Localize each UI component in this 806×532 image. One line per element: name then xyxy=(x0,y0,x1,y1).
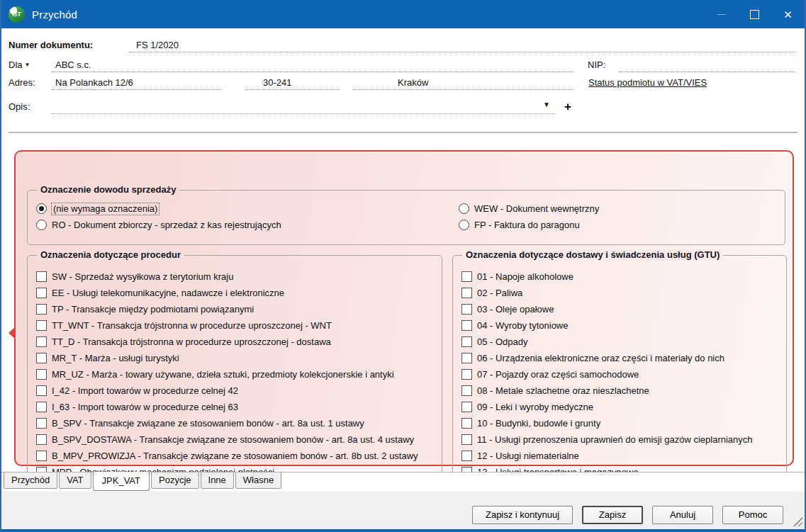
street-field[interactable]: Na Polankach 12/6 xyxy=(51,76,223,90)
radio-row-wew[interactable]: WEW - Dokument wewnętrzny xyxy=(459,203,599,215)
tab-vat[interactable]: VAT xyxy=(59,472,91,489)
checkbox-row-gtu-06[interactable]: 06 - Urządzenia elektroniczne oraz częśc… xyxy=(461,353,786,363)
postal-code-field[interactable]: 30-241 xyxy=(246,76,340,90)
description-row: Opis: ▼ + xyxy=(9,99,795,114)
tab-jpk-vat[interactable]: JPK_VAT xyxy=(93,472,150,491)
footer: Zapisz i kontynuuj Zapisz Anuluj Pomoc xyxy=(1,492,805,529)
checkbox-i-42[interactable] xyxy=(36,385,47,396)
tab-inne[interactable]: Inne xyxy=(201,472,234,489)
checkbox-gtu-02[interactable] xyxy=(461,288,472,298)
vat-vies-status-link[interactable]: Status podmiotu w VAT/VIES xyxy=(588,76,707,90)
checkbox-mr-uz[interactable] xyxy=(36,369,47,380)
checkbox-b-spv-dostawa[interactable] xyxy=(36,434,47,445)
checkbox-row-mr-t[interactable]: MR_T - Marża - usługi turystyki xyxy=(36,353,442,363)
jpk-highlight-panel: Oznaczenie dowodu sprzedaży (nie wymaga … xyxy=(14,150,794,466)
description-dropdown-icon[interactable]: ▼ xyxy=(543,100,550,111)
resize-grip[interactable] xyxy=(792,516,802,526)
checkbox-row-tt-wnt[interactable]: TT_WNT - Transakcja trójstronna w proced… xyxy=(36,320,442,330)
checkbox-gtu-03[interactable] xyxy=(461,304,472,315)
checkbox-row-sw[interactable]: SW - Sprzedaż wysyłkowa z terytorium kra… xyxy=(36,271,442,281)
checkbox-gtu-10[interactable] xyxy=(461,418,472,429)
gtu-group: Oznaczenia dotyczące dostawy i świadczen… xyxy=(452,255,787,492)
cancel-button[interactable]: Anuluj xyxy=(652,506,713,524)
checkbox-gtu-01[interactable] xyxy=(461,271,472,282)
checkbox-tt-wnt[interactable] xyxy=(36,320,47,331)
close-button[interactable]: ✕ xyxy=(771,0,805,28)
description-field[interactable]: ▼ xyxy=(51,100,556,114)
address-label: Adres: xyxy=(9,76,51,90)
nip-field[interactable] xyxy=(618,58,795,72)
checkbox-i-63[interactable] xyxy=(36,402,47,412)
checkbox-gtu-12[interactable] xyxy=(461,451,472,461)
radio-wew[interactable] xyxy=(459,203,469,214)
checkbox-row-gtu-08[interactable]: 08 - Metale szlachetne oraz nieszlachetn… xyxy=(461,385,786,395)
description-label: Opis: xyxy=(9,100,51,114)
document-number-field[interactable]: FS 1/2020 xyxy=(129,38,795,52)
address-row: Adres: Na Polankach 12/6 30-241 Kraków S… xyxy=(9,75,795,90)
checkbox-gtu-04[interactable] xyxy=(461,320,472,331)
minimize-button[interactable] xyxy=(705,0,738,28)
checkbox-gtu-06[interactable] xyxy=(461,353,472,363)
help-button[interactable]: Pomoc xyxy=(722,506,783,524)
save-button[interactable]: Zapisz xyxy=(582,506,643,524)
checkbox-gtu-11[interactable] xyxy=(461,434,472,445)
checkbox-b-spv[interactable] xyxy=(36,418,47,429)
procedures-group: Oznaczenia dotyczące procedur SW - Sprze… xyxy=(27,255,442,492)
tab-pozycje[interactable]: Pozycje xyxy=(151,472,199,489)
checkbox-row-b-mpv-prowizja[interactable]: B_MPV_PROWIZJA - Transakcje związane ze … xyxy=(36,451,442,460)
tab-przychod[interactable]: Przychód xyxy=(4,472,57,489)
checkbox-tp[interactable] xyxy=(36,304,47,315)
przychod-window: GT Przychód ✕ Numer dokumentu: FS 1/2020… xyxy=(0,0,806,532)
checkbox-row-gtu-04[interactable]: 04 - Wyroby tytoniowe xyxy=(461,320,786,330)
client-name-field[interactable]: ABC s.c. xyxy=(51,58,574,72)
bottom-tabstrip: Przychód VAT JPK_VAT Pozycje Inne Własne xyxy=(1,472,805,492)
checkbox-sw[interactable] xyxy=(36,271,47,282)
checkbox-row-gtu-05[interactable]: 05 - Odpady xyxy=(461,336,786,346)
tab-wlasne[interactable]: Własne xyxy=(235,472,281,489)
checkbox-row-mr-uz[interactable]: MR_UZ - Marża - towary używane, dzieła s… xyxy=(36,369,442,379)
radio-fp[interactable] xyxy=(459,220,469,230)
maximize-button[interactable] xyxy=(738,0,771,28)
minimize-icon xyxy=(717,14,726,15)
gtu-list: 01 - Napoje alkoholowe 02 - Paliwa 03 - … xyxy=(453,256,786,477)
checkbox-row-i-42[interactable]: I_42 - Import towarów w procedurze celne… xyxy=(36,385,442,395)
radio-row-fp[interactable]: FP - Faktura do paragonu xyxy=(459,219,580,231)
procedures-list: SW - Sprzedaż wysyłkowa z terytorium kra… xyxy=(28,256,442,477)
client-row: Dla▼ ABC s.c. NIP: xyxy=(9,57,795,72)
checkbox-row-gtu-07[interactable]: 07 - Pojazdy oraz części samochodowe xyxy=(461,369,786,379)
checkbox-gtu-07[interactable] xyxy=(461,369,472,380)
window-title: Przychód xyxy=(32,9,77,21)
checkbox-row-gtu-12[interactable]: 12 - Usługi niematerialne xyxy=(461,451,786,460)
checkbox-row-gtu-03[interactable]: 03 - Oleje opałowe xyxy=(461,304,786,314)
checkbox-tt-d[interactable] xyxy=(36,336,47,347)
radio-row-ro[interactable]: RO - Dokument zbiorczy - sprzedaż z kas … xyxy=(36,219,281,231)
add-description-button[interactable]: + xyxy=(564,100,571,114)
radio-nie-wymaga[interactable] xyxy=(36,203,47,214)
window-bottom-border xyxy=(1,529,805,532)
checkbox-mr-t[interactable] xyxy=(36,353,47,363)
checkbox-row-gtu-10[interactable]: 10 - Budynki, budowle i grunty xyxy=(461,418,786,428)
checkbox-row-b-spv[interactable]: B_SPV - Transakcje związane ze stosowani… xyxy=(36,418,442,428)
document-number-row: Numer dokumentu: FS 1/2020 xyxy=(9,38,795,52)
app-logo-icon: GT xyxy=(9,6,25,23)
checkbox-row-gtu-02[interactable]: 02 - Paliwa xyxy=(461,288,786,298)
highlight-callout-icon xyxy=(9,327,15,339)
checkbox-row-gtu-01[interactable]: 01 - Napoje alkoholowe xyxy=(461,271,786,281)
checkbox-row-ee[interactable]: EE - Usługi telekomunikacyjne, nadawcze … xyxy=(36,288,442,298)
checkbox-row-gtu-09[interactable]: 09 - Leki i wyroby medyczne xyxy=(461,402,786,412)
checkbox-ee[interactable] xyxy=(36,288,47,298)
checkbox-row-gtu-11[interactable]: 11 - Usługi przenoszenia uprawnień do em… xyxy=(461,434,786,444)
city-field[interactable]: Kraków xyxy=(354,76,574,90)
checkbox-gtu-08[interactable] xyxy=(461,385,472,396)
checkbox-row-i-63[interactable]: I_63 - Import towarów w procedurze celne… xyxy=(36,402,442,412)
checkbox-b-mpv-prowizja[interactable] xyxy=(36,451,47,461)
checkbox-row-b-spv-dostawa[interactable]: B_SPV_DOSTAWA - Transakcje związane ze s… xyxy=(36,434,442,444)
radio-row-nie-wymaga[interactable]: (nie wymaga oznaczenia) xyxy=(36,203,159,215)
checkbox-gtu-05[interactable] xyxy=(461,336,472,347)
dla-dropdown[interactable]: Dla▼ xyxy=(9,58,51,72)
radio-ro[interactable] xyxy=(36,220,47,230)
checkbox-gtu-09[interactable] xyxy=(461,402,472,412)
checkbox-row-tp[interactable]: TP - Transakcje między podmiotami powiąz… xyxy=(36,304,442,314)
save-and-continue-button[interactable]: Zapisz i kontynuuj xyxy=(472,506,573,524)
checkbox-row-tt-d[interactable]: TT_D - Transakcja trójstronna w procedur… xyxy=(36,336,442,346)
